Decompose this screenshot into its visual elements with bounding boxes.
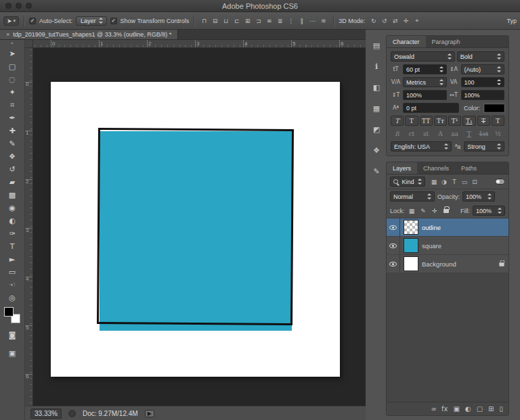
layer-row-square[interactable]: square [387, 237, 508, 255]
zoom-level-field[interactable]: 33.33% [30, 409, 62, 419]
magic-wand-tool[interactable]: ✦ [3, 86, 21, 99]
filter-kind-select[interactable]: Kind [390, 177, 425, 187]
3d-slide-icon[interactable]: ✛ [401, 16, 411, 26]
ruler-top[interactable]: 0123456 [33, 40, 366, 48]
outline-layer-shape[interactable] [97, 128, 294, 325]
layer-thumbnail[interactable] [404, 238, 418, 253]
properties-panel-icon[interactable]: ℹ [370, 60, 383, 72]
filter-pixel-layers-icon[interactable]: ▦ [429, 177, 439, 187]
canvas-viewport[interactable] [33, 48, 366, 406]
layer-thumbnail[interactable] [404, 220, 418, 235]
layer-effects-icon[interactable]: fx [441, 406, 448, 413]
discretionary-ligatures-icon[interactable]: st [420, 129, 433, 139]
small-caps-icon[interactable]: Tᴛ [434, 116, 447, 126]
distribute-left-edges-icon[interactable]: ∥ [297, 16, 307, 26]
ruler-corner[interactable] [25, 40, 33, 48]
eraser-tool[interactable]: ▰ [3, 176, 21, 189]
delete-layer-icon[interactable]: ▯ [499, 406, 503, 413]
horizontal-scale-field[interactable]: 100% [461, 90, 505, 100]
auto-select-checkbox[interactable]: ✓ [29, 18, 36, 24]
tab-paths[interactable]: Paths [455, 162, 483, 174]
tab-paragraph[interactable]: Paragraph [426, 36, 467, 47]
close-tab-icon[interactable]: × [6, 31, 9, 38]
ordinals-icon[interactable]: 1st [477, 129, 490, 139]
workspace-switcher[interactable]: Typ [506, 18, 517, 24]
tracking-select[interactable]: 100 [461, 77, 505, 87]
anti-alias-select[interactable]: Strong [464, 141, 504, 151]
ruler-left[interactable]: 0123456 [25, 48, 33, 406]
all-caps-icon[interactable]: TT [420, 116, 433, 126]
adjustment-layer-icon[interactable]: ◐ [465, 406, 471, 413]
type-tool[interactable]: T [3, 240, 21, 253]
underline-icon[interactable]: T [477, 116, 490, 126]
kerning-select[interactable]: Metrics [403, 77, 447, 87]
hand-tool[interactable]: ☜ [3, 279, 21, 291]
styles-panel-icon[interactable]: ❖ [370, 144, 383, 156]
visibility-toggle[interactable] [387, 255, 400, 273]
move-tool[interactable]: ➤ [3, 47, 21, 60]
faux-italic-icon[interactable]: T [405, 116, 418, 126]
filter-shape-layers-icon[interactable]: ▭ [460, 177, 469, 187]
gradient-tool[interactable]: ▩ [3, 189, 21, 202]
filter-type-layers-icon[interactable]: T [450, 177, 459, 187]
3d-drag-icon[interactable]: ⇄ [390, 16, 400, 26]
marquee-tool[interactable]: ▢ [3, 60, 21, 73]
document-page[interactable] [51, 82, 340, 377]
font-style-select[interactable]: Bold [457, 51, 504, 62]
leading-select[interactable]: (Auto) [461, 64, 505, 74]
lock-transparent-pixels-icon[interactable]: ▦ [408, 206, 416, 215]
swatches-panel-icon[interactable]: ▦ [370, 102, 383, 114]
tool-preset-button[interactable]: ➤ ▾ [3, 16, 19, 26]
titling-alternates-icon[interactable]: T [462, 129, 475, 139]
fractions-icon[interactable]: ½ [492, 129, 504, 139]
align-right-edges-icon[interactable]: ⊐ [253, 16, 263, 26]
brush-panel-icon[interactable]: ✎ [370, 165, 383, 177]
minimize-window-button[interactable] [16, 3, 22, 9]
history-panel-icon[interactable]: ▤ [370, 39, 383, 51]
tab-character[interactable]: Character [387, 36, 426, 47]
layer-thumbnail[interactable] [404, 256, 418, 271]
link-layers-icon[interactable]: ∞ [431, 406, 436, 413]
language-select[interactable]: English: USA [391, 141, 452, 151]
faux-bold-icon[interactable]: T [391, 116, 404, 126]
align-top-edges-icon[interactable]: ⊓ [199, 16, 209, 26]
pen-tool[interactable]: ✑ [3, 227, 21, 240]
text-color-swatch[interactable] [484, 104, 504, 112]
blend-mode-select[interactable]: Normal [390, 191, 435, 202]
distribute-horizontal-centers-icon[interactable]: ⋯ [307, 16, 318, 26]
tab-layers[interactable]: Layers [387, 162, 417, 174]
crop-tool[interactable]: ⌗ [3, 99, 21, 112]
tab-channels[interactable]: Channels [417, 162, 455, 174]
collapse-toolbar-button[interactable]: » [0, 40, 24, 47]
dodge-tool[interactable]: ◐ [3, 214, 21, 227]
quick-mask-button[interactable]: ◙ [3, 329, 21, 342]
clone-stamp-tool[interactable]: ❖ [3, 150, 21, 163]
fill-select[interactable]: 100% [473, 206, 505, 216]
path-selection-tool[interactable]: ► [3, 253, 21, 266]
distribute-top-edges-icon[interactable]: ≡ [264, 16, 274, 26]
align-left-edges-icon[interactable]: ⊏ [232, 16, 242, 26]
3d-rotate-icon[interactable]: ↻ [368, 16, 378, 26]
zoom-window-button[interactable] [26, 3, 32, 9]
layer-row-outline[interactable]: outline [387, 218, 508, 237]
layer-row-background[interactable]: Background [387, 255, 508, 273]
layer-mask-icon[interactable]: ▣ [453, 406, 459, 413]
status-flyout-arrow-icon[interactable]: ▶ [145, 410, 154, 417]
font-family-select[interactable]: Oswald [391, 51, 455, 62]
lock-position-icon[interactable]: ✛ [431, 206, 439, 215]
opacity-select[interactable]: 100% [462, 191, 495, 202]
standard-ligatures-icon[interactable]: fi [391, 129, 404, 139]
align-horizontal-centers-icon[interactable]: ⊞ [242, 16, 253, 26]
filter-smart-objects-icon[interactable]: ⊡ [470, 177, 479, 187]
layer-group-icon[interactable]: ▢ [477, 406, 483, 413]
close-window-button[interactable] [5, 3, 12, 9]
adjustments-panel-icon[interactable]: ◩ [370, 123, 383, 135]
lock-image-pixels-icon[interactable]: ✎ [419, 206, 428, 215]
distribute-vertical-centers-icon[interactable]: ≣ [275, 16, 285, 26]
3d-roll-icon[interactable]: ↺ [379, 16, 389, 26]
document-tab[interactable]: × tdp_201909_tutTues_shapes1 @ 33.3% (ou… [0, 30, 178, 39]
baseline-shift-field[interactable]: 0 pt [403, 103, 459, 113]
visibility-toggle[interactable] [387, 218, 400, 236]
distribute-bottom-edges-icon[interactable]: ⋮ [286, 16, 296, 26]
swash-icon[interactable]: A [434, 129, 447, 139]
